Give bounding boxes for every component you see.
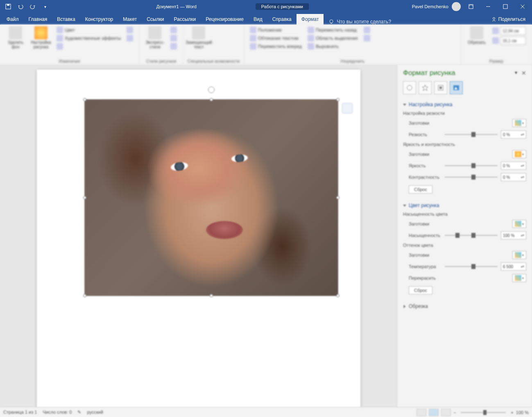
undo-icon[interactable] — [16, 2, 25, 11]
redo-icon[interactable] — [28, 2, 38, 11]
saturation-value[interactable]: 100 %▴▾ — [501, 231, 526, 239]
resize-handle-tr[interactable] — [336, 98, 340, 101]
web-layout-icon[interactable] — [441, 409, 451, 416]
resize-handle-bl[interactable] — [83, 294, 86, 297]
pane-close-icon[interactable]: ✕ — [521, 70, 526, 76]
position-button[interactable]: Положение — [248, 26, 303, 34]
maximize-icon[interactable] — [498, 1, 512, 12]
zoom-level[interactable]: 100 % — [516, 410, 529, 415]
resize-handle-tm[interactable] — [210, 98, 213, 101]
contrast-label: Контрастность — [409, 175, 441, 180]
rotate-handle-icon[interactable] — [208, 87, 215, 93]
crop-button[interactable]: Обрезать — [465, 26, 488, 45]
reset-color-button[interactable]: Сброс — [409, 286, 432, 294]
share-button[interactable]: Поделиться — [486, 14, 530, 25]
zoom-in-icon[interactable]: + — [511, 410, 513, 415]
saturation-presets-button[interactable]: ▾ — [512, 220, 526, 228]
tell-me-placeholder: Что вы хотите сделать? — [337, 19, 391, 25]
rotate-button[interactable] — [362, 34, 372, 42]
brightness-value[interactable]: 0 %▴▾ — [501, 162, 526, 170]
reset-corrections-button[interactable]: Сброс — [409, 185, 432, 194]
artistic-effects-button[interactable]: Художественные эффекты — [55, 34, 122, 42]
resize-handle-br[interactable] — [336, 294, 340, 297]
layout-options-icon[interactable] — [342, 103, 353, 114]
tab-view[interactable]: Вид — [249, 14, 267, 25]
group-objects-button[interactable] — [362, 26, 372, 34]
selected-image[interactable] — [84, 99, 338, 296]
minimize-icon[interactable] — [481, 1, 495, 12]
recolor-button[interactable]: ▾ — [512, 274, 526, 282]
sharpness-presets-button[interactable]: ▾ — [512, 119, 526, 127]
tab-home[interactable]: Главная — [24, 14, 52, 25]
pane-options-icon[interactable]: ▾ — [515, 70, 517, 76]
group-styles-label: Стили рисунков — [143, 58, 179, 64]
compress-button[interactable] — [55, 43, 122, 50]
zoom-slider[interactable] — [461, 412, 506, 413]
tab-file[interactable]: Файл — [2, 14, 24, 25]
print-layout-icon[interactable] — [429, 409, 439, 416]
tab-design[interactable]: Конструктор — [80, 14, 118, 25]
tab-layout-icon[interactable] — [434, 81, 447, 94]
tab-picture-icon[interactable] — [450, 81, 463, 94]
tab-layout[interactable]: Макет — [118, 14, 142, 25]
spell-check-icon[interactable]: ✎ — [77, 410, 81, 415]
alt-text-button[interactable]: Замещающий текст — [187, 26, 210, 49]
sharpness-value[interactable]: 0 %▴▾ — [501, 130, 526, 139]
share-icon — [491, 16, 497, 22]
tab-help[interactable]: Справка — [267, 14, 297, 25]
align-button[interactable]: Выровнять — [306, 43, 360, 50]
picture-effects-button[interactable] — [169, 34, 179, 42]
tab-references[interactable]: Ссылки — [142, 14, 169, 25]
section-corrections[interactable]: Настройка рисунка — [403, 100, 526, 109]
saturation-header: Насыщенность цвета — [403, 210, 526, 218]
bring-forward-button[interactable]: Переместить вперед — [248, 43, 303, 50]
color-button[interactable]: Цвет — [55, 26, 122, 34]
temperature-value[interactable]: 6 500▴▾ — [501, 262, 526, 271]
document-canvas[interactable] — [0, 65, 397, 407]
picture-styles-button[interactable]: Экспресс-стили — [143, 26, 166, 49]
word-count[interactable]: Число слов: 0 — [43, 410, 72, 415]
tab-effects-icon[interactable] — [419, 81, 432, 94]
tab-fill-line-icon[interactable] — [403, 81, 416, 94]
zoom-out-icon[interactable]: − — [453, 410, 456, 415]
resize-handle-ml[interactable] — [83, 196, 86, 199]
temperature-slider[interactable] — [445, 266, 498, 267]
send-backward-button[interactable]: Переместить назад — [306, 26, 360, 34]
resize-handle-mr[interactable] — [336, 196, 340, 199]
contrast-value[interactable]: 0 %▴▾ — [501, 173, 526, 181]
brightness-slider[interactable] — [445, 165, 498, 166]
reset-picture-button[interactable] — [125, 34, 135, 42]
saturation-slider[interactable] — [445, 235, 498, 236]
tone-presets-button[interactable]: ▾ — [512, 251, 526, 259]
language-indicator[interactable]: русский — [87, 410, 103, 415]
tab-review[interactable]: Рецензирование — [201, 14, 249, 25]
width-input[interactable]: 16,1 см — [491, 36, 527, 45]
section-color[interactable]: Цвет рисунка — [403, 201, 526, 210]
tab-insert[interactable]: Вставка — [52, 14, 80, 25]
tab-mailings[interactable]: Рассылки — [169, 14, 201, 25]
close-icon[interactable] — [516, 1, 530, 12]
qat-customize-icon[interactable]: ▾ — [40, 2, 50, 11]
tab-format[interactable]: Формат — [297, 14, 324, 25]
tell-me-search[interactable]: Что вы хотите сделать? — [324, 19, 486, 25]
sharpness-slider[interactable] — [445, 134, 498, 135]
user-avatar-icon[interactable] — [452, 2, 461, 11]
read-mode-icon[interactable] — [417, 409, 426, 416]
wrap-text-button[interactable]: Обтекание текстом — [248, 34, 303, 42]
remove-background-button[interactable]: Удалить фон — [4, 26, 27, 49]
height-input[interactable]: 12,94 см — [491, 26, 527, 35]
corrections-button[interactable]: Настройка рисунка — [29, 26, 52, 49]
section-crop[interactable]: Обрезка — [403, 302, 526, 311]
resize-handle-tl[interactable] — [83, 98, 86, 101]
bc-presets-button[interactable]: ▾ — [512, 150, 526, 158]
contrast-slider[interactable] — [445, 177, 498, 178]
page-indicator[interactable]: Страница 1 из 1 — [3, 410, 37, 415]
picture-border-button[interactable] — [169, 26, 179, 34]
save-icon[interactable] — [3, 2, 13, 11]
resize-handle-bm[interactable] — [210, 294, 213, 297]
change-picture-button[interactable] — [125, 26, 135, 34]
selection-pane-button[interactable]: Область выделения — [306, 34, 360, 42]
picture-layout-button[interactable] — [169, 43, 179, 50]
sharpness-label: Резкость — [409, 132, 441, 137]
ribbon-options-icon[interactable] — [464, 1, 478, 12]
